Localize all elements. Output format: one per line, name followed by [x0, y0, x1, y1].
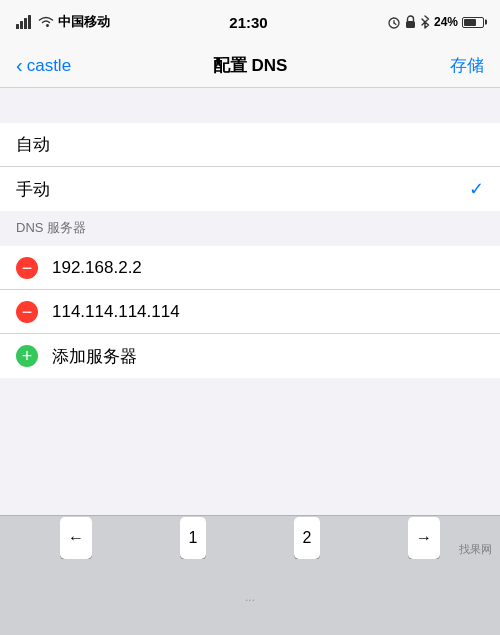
bottom-gap: [0, 378, 500, 413]
add-server-item[interactable]: + 添加服务器: [0, 334, 500, 378]
svg-line-8: [422, 19, 425, 22]
svg-rect-2: [24, 18, 27, 29]
content-area: 自动 手动 ✓ DNS 服务器 − − + 添加服务器: [0, 88, 500, 413]
alarm-icon: [387, 15, 401, 29]
keyboard-1-button[interactable]: 1: [180, 517, 206, 559]
add-server-label: 添加服务器: [52, 345, 137, 368]
status-icons: 24%: [387, 15, 484, 29]
back-button[interactable]: ‹ castle: [16, 56, 71, 76]
status-bar: 中国移动 21:30 24%: [0, 0, 500, 44]
checkmark-icon: ✓: [469, 178, 484, 200]
bluetooth-icon: [420, 15, 430, 29]
lock-icon: [405, 15, 416, 29]
page-title: 配置 DNS: [213, 54, 288, 77]
svg-rect-0: [16, 24, 19, 29]
back-chevron-icon: ‹: [16, 55, 23, 75]
top-gap: [0, 88, 500, 123]
status-carrier: 中国移动: [16, 13, 110, 31]
remove-dns-1-button[interactable]: −: [16, 301, 38, 323]
svg-rect-7: [406, 21, 415, 28]
mode-list: 自动 手动 ✓: [0, 123, 500, 211]
dns-input-0[interactable]: [52, 258, 484, 278]
keyboard-toolbar: ← 1 2 →: [0, 515, 500, 559]
nav-bar: ‹ castle 配置 DNS 存储: [0, 44, 500, 88]
back-label: castle: [27, 56, 71, 76]
dns-section-header: DNS 服务器: [0, 211, 500, 243]
keyboard-next-button[interactable]: →: [408, 517, 440, 559]
signal-icon: [16, 15, 34, 29]
dns-list: − − + 添加服务器: [0, 246, 500, 378]
option-manual-label: 手动: [16, 178, 469, 201]
svg-rect-3: [28, 15, 31, 29]
option-manual[interactable]: 手动 ✓: [0, 167, 500, 211]
battery-percent: 24%: [434, 15, 458, 29]
dns-item-1: −: [0, 290, 500, 334]
watermark: 找果网: [459, 542, 492, 557]
option-auto[interactable]: 自动: [0, 123, 500, 167]
battery-icon: [462, 17, 484, 28]
add-server-button[interactable]: +: [16, 345, 38, 367]
dns-item-0: −: [0, 246, 500, 290]
svg-rect-1: [20, 21, 23, 29]
dns-input-1[interactable]: [52, 302, 484, 322]
svg-line-6: [394, 23, 396, 25]
status-time: 21:30: [229, 14, 267, 31]
wifi-icon: [38, 16, 54, 28]
save-button[interactable]: 存储: [450, 54, 484, 77]
keyboard-2-button[interactable]: 2: [294, 517, 320, 559]
carrier-name: 中国移动: [58, 13, 110, 31]
keyboard-area: ← 1 2 → ...: [0, 515, 500, 635]
mid-gap: DNS 服务器: [0, 211, 500, 246]
keyboard-prev-button[interactable]: ←: [60, 517, 92, 559]
keyboard-placeholder: ...: [245, 590, 255, 604]
remove-dns-0-button[interactable]: −: [16, 257, 38, 279]
option-auto-label: 自动: [16, 133, 484, 156]
